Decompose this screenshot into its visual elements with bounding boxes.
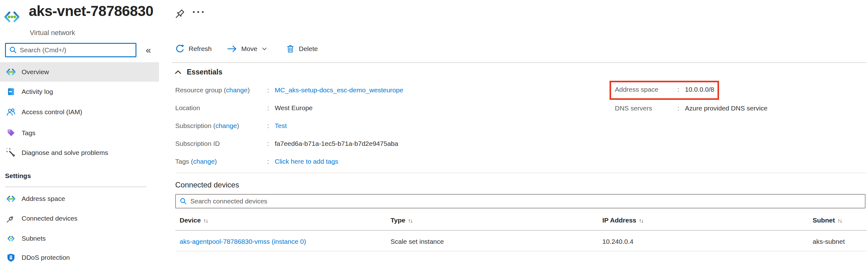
change-tags-link[interactable]: change <box>193 158 215 165</box>
device-subnet-cell: aks-subnet <box>813 238 845 245</box>
connected-devices-search-box <box>175 194 866 208</box>
sidebar-item-label: Activity log <box>22 88 53 95</box>
sidebar-search-input[interactable] <box>20 46 133 54</box>
location-value: West Europe <box>275 104 313 111</box>
sidebar-item-address-space[interactable]: Address space <box>0 189 159 208</box>
column-header-device[interactable]: Device↑↓ <box>180 216 208 224</box>
annotation-highlight-box <box>610 81 719 100</box>
move-button[interactable]: Move <box>227 41 268 56</box>
divider <box>175 230 867 231</box>
essentials-row-tags: Tags (change):Click here to add tags <box>175 158 338 165</box>
essentials-row-resource-group: Resource group (change):MC_aks-setup-doc… <box>175 86 403 94</box>
change-resource-group-link[interactable]: change <box>226 86 248 94</box>
sidebar-item-label: Address space <box>22 195 65 203</box>
change-subscription-link[interactable]: change <box>215 122 237 129</box>
sort-icon: ↑↓ <box>639 217 643 224</box>
refresh-button[interactable]: Refresh <box>175 41 212 56</box>
divider <box>175 251 867 252</box>
sidebar-item-label: Connected devices <box>22 215 78 222</box>
essentials-row-location: Location:West Europe <box>175 104 313 112</box>
sidebar-item-label: Diagnose and solve problems <box>22 149 108 156</box>
azure-portal-blade: aks-vnet-78786830 Virtual network ··· « <box>0 0 868 266</box>
virtual-network-icon <box>6 67 16 77</box>
refresh-icon <box>175 44 185 54</box>
sidebar-item-connected-devices[interactable]: Connected devices <box>0 209 159 228</box>
activity-log-icon <box>6 86 16 97</box>
move-label: Move <box>241 45 257 53</box>
sort-icon: ↑↓ <box>204 217 208 224</box>
sidebar-item-label: DDoS protection <box>22 254 70 261</box>
sidebar-item-diagnose[interactable]: Diagnose and solve problems <box>0 143 159 162</box>
device-link[interactable]: aks-agentpool-78786830-vmss (instance 0) <box>180 238 306 245</box>
column-header-subnet[interactable]: Subnet↑↓ <box>813 216 842 224</box>
search-icon <box>9 46 17 54</box>
plug-icon <box>6 213 16 224</box>
delete-button[interactable]: Delete <box>286 41 318 56</box>
collapse-sidebar-button[interactable]: « <box>141 44 156 56</box>
sidebar-item-access-control[interactable]: Access control (IAM) <box>0 102 159 122</box>
essentials-collapse-button[interactable]: Essentials <box>174 68 222 76</box>
sidebar-item-activity-log[interactable]: Activity log <box>0 82 159 101</box>
pin-icon <box>173 8 186 21</box>
essentials-row-subscription: Subscription (change):Test <box>175 122 287 129</box>
settings-section-heading: Settings <box>5 172 31 180</box>
subscription-link[interactable]: Test <box>275 122 287 129</box>
connected-devices-title: Connected devices <box>175 181 239 189</box>
sidebar-item-subnets[interactable]: Subnets <box>0 229 159 248</box>
move-arrow-icon <box>227 45 237 53</box>
access-control-icon <box>6 107 16 117</box>
more-options-button[interactable]: ··· <box>190 4 208 20</box>
connected-devices-search-input[interactable] <box>190 198 862 205</box>
refresh-label: Refresh <box>189 45 212 53</box>
divider <box>5 186 147 187</box>
sidebar-item-tags[interactable]: Tags <box>0 123 159 143</box>
sidebar-item-ddos-protection[interactable]: DDoS protection <box>0 248 159 266</box>
address-space-icon <box>6 194 16 204</box>
sidebar-item-label: Access control (IAM) <box>22 108 82 116</box>
subscription-id-value: fa7eed6a-b71a-1ec5-b71a-b7d2e9475aba <box>275 140 398 147</box>
essentials-row-dns-servers: DNS servers:Azure provided DNS service <box>615 105 768 112</box>
column-header-ip-address[interactable]: IP Address↑↓ <box>602 216 643 224</box>
delete-label: Delete <box>299 45 318 53</box>
device-ip-cell: 10.240.0.4 <box>602 238 633 245</box>
sidebar-item-label: Overview <box>22 68 49 76</box>
sort-icon: ↑↓ <box>837 217 842 224</box>
chevron-up-icon <box>174 68 182 76</box>
sidebar-item-overview[interactable]: Overview <box>0 62 159 82</box>
resource-group-link[interactable]: MC_aks-setup-docs_esc-demo_westeurope <box>275 86 403 94</box>
add-tags-link[interactable]: Click here to add tags <box>275 158 338 165</box>
column-header-type[interactable]: Type↑↓ <box>391 216 412 224</box>
sidebar-search-box <box>5 43 136 57</box>
device-type-cell: Scale set instance <box>391 238 444 245</box>
wrench-icon <box>6 147 16 158</box>
sidebar: « Overview Activity log <box>0 0 159 266</box>
subnet-icon <box>6 233 16 244</box>
divider <box>175 172 867 173</box>
sidebar-item-label: Tags <box>22 129 35 137</box>
shield-icon <box>6 252 16 263</box>
sidebar-item-label: Subnets <box>22 235 46 242</box>
dns-servers-value: Azure provided DNS service <box>685 105 768 112</box>
search-icon <box>180 198 187 205</box>
pin-button[interactable] <box>172 7 186 21</box>
divider <box>172 62 867 63</box>
essentials-title: Essentials <box>187 68 222 76</box>
tag-icon <box>6 128 16 138</box>
essentials-row-subscription-id: Subscription ID:fa7eed6a-b71a-1ec5-b71a-… <box>175 140 398 147</box>
trash-icon <box>286 45 295 53</box>
chevron-down-icon <box>261 46 268 52</box>
sort-icon: ↑↓ <box>408 217 412 224</box>
